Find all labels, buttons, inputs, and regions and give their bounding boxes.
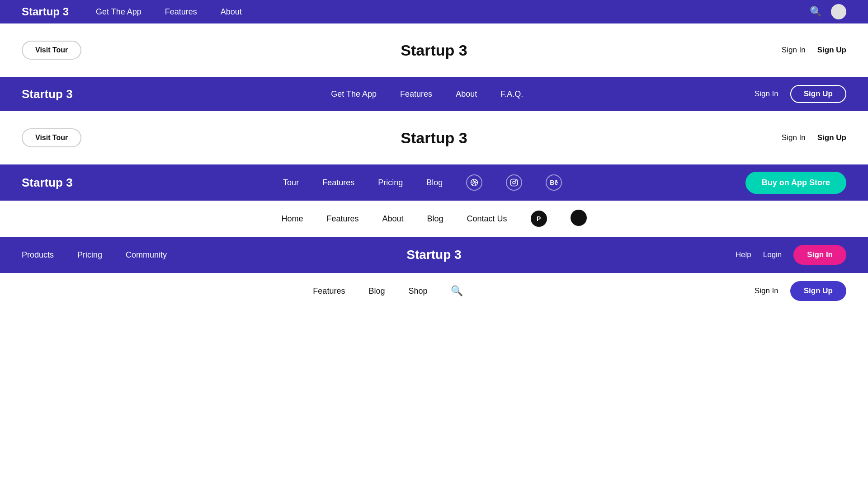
nav-link-features-8[interactable]: Features bbox=[313, 286, 345, 296]
nav-link-about-1[interactable]: About bbox=[221, 7, 242, 16]
instagram-icon[interactable] bbox=[506, 174, 522, 191]
nav-link-get-the-app-3[interactable]: Get The App bbox=[331, 89, 377, 99]
behance-icon[interactable]: Bē bbox=[546, 174, 562, 191]
nav-links-row5: Tour Features Pricing Blog Bē bbox=[100, 174, 745, 191]
nav-link-products-7[interactable]: Products bbox=[22, 250, 54, 259]
nav-logo-row5: Startup 3 bbox=[22, 176, 73, 190]
nav-link-get-the-app-1[interactable]: Get The App bbox=[96, 7, 142, 16]
white-strip-row4: Visit Tour Startup 3 Sign In Sign Up bbox=[0, 111, 868, 164]
nav-link-features-1[interactable]: Features bbox=[165, 7, 197, 16]
sign-in-button-3[interactable]: Sign In bbox=[755, 89, 778, 99]
center-logo-row4: Startup 3 bbox=[401, 129, 467, 147]
sign-up-button-3[interactable]: Sign Up bbox=[790, 85, 846, 103]
producthunt-icon[interactable]: P bbox=[531, 211, 547, 227]
navbar-row1: Startup 3 Get The App Features About 🔍 bbox=[0, 0, 868, 23]
apple-icon[interactable] bbox=[571, 210, 587, 226]
nav-link-tour-5[interactable]: Tour bbox=[283, 178, 299, 187]
nav-link-features-5[interactable]: Features bbox=[322, 178, 354, 187]
nav-links-row1: Get The App Features About bbox=[96, 7, 242, 17]
nav-link-features-6[interactable]: Features bbox=[326, 214, 359, 223]
nav-logo-row1: Startup 3 bbox=[22, 5, 69, 18]
navbar-row7: Products Pricing Community Startup 3 Hel… bbox=[0, 237, 868, 273]
nav-links-row6: Home Features About Blog Contact Us P bbox=[22, 210, 846, 228]
center-logo-row7: Startup 3 bbox=[406, 248, 461, 262]
nav-link-pricing-7[interactable]: Pricing bbox=[77, 250, 102, 259]
visit-tour-button-4[interactable]: Visit Tour bbox=[22, 128, 81, 147]
sign-in-button-7[interactable]: Sign In bbox=[793, 245, 846, 265]
search-button-1[interactable]: 🔍 bbox=[810, 6, 822, 18]
nav-links-left-row7: Products Pricing Community bbox=[22, 250, 167, 260]
nav-link-faq-3[interactable]: F.A.Q. bbox=[500, 89, 523, 99]
navbar-row3: Startup 3 Get The App Features About F.A… bbox=[0, 77, 868, 111]
nav-link-blog-5[interactable]: Blog bbox=[426, 178, 443, 187]
nav-link-pricing-5[interactable]: Pricing bbox=[378, 178, 403, 187]
buy-app-store-button[interactable]: Buy on App Store bbox=[745, 172, 846, 194]
avatar-1 bbox=[831, 4, 846, 19]
nav-links-row3: Get The App Features About F.A.Q. bbox=[100, 89, 755, 99]
nav-link-about-6[interactable]: About bbox=[382, 214, 403, 223]
nav-link-blog-8[interactable]: Blog bbox=[368, 286, 385, 296]
search-button-8[interactable]: 🔍 bbox=[451, 285, 463, 297]
navbar-row8: Features Blog Shop 🔍 Sign In Sign Up bbox=[0, 273, 868, 309]
nav-link-contact-us-6[interactable]: Contact Us bbox=[467, 214, 507, 223]
nav-link-shop-8[interactable]: Shop bbox=[408, 286, 427, 296]
svg-rect-1 bbox=[511, 179, 518, 186]
sign-in-button-8[interactable]: Sign In bbox=[755, 286, 778, 296]
nav-links-row8: Features Blog Shop 🔍 bbox=[22, 285, 755, 297]
sign-up-button-8[interactable]: Sign Up bbox=[790, 281, 846, 301]
sign-in-button-4[interactable]: Sign In bbox=[782, 133, 806, 142]
help-button-7[interactable]: Help bbox=[736, 250, 751, 259]
navbar-row5: Startup 3 Tour Features Pricing Blog Bē bbox=[0, 164, 868, 201]
nav-link-features-3[interactable]: Features bbox=[400, 89, 432, 99]
svg-point-2 bbox=[513, 181, 515, 184]
nav-link-about-3[interactable]: About bbox=[456, 89, 477, 99]
nav-link-community-7[interactable]: Community bbox=[126, 250, 167, 259]
white-strip-row2: Visit Tour Startup 3 Sign In Sign Up bbox=[0, 23, 868, 77]
sign-in-button-2[interactable]: Sign In bbox=[782, 46, 806, 55]
nav-link-home-6[interactable]: Home bbox=[281, 214, 303, 223]
navbar-row6: Home Features About Blog Contact Us P bbox=[0, 201, 868, 237]
sign-up-button-2[interactable]: Sign Up bbox=[817, 46, 846, 55]
center-logo-row2: Startup 3 bbox=[401, 42, 467, 59]
nav-logo-row3: Startup 3 bbox=[22, 87, 73, 101]
sign-up-button-4[interactable]: Sign Up bbox=[817, 133, 846, 142]
visit-tour-button-1[interactable]: Visit Tour bbox=[22, 41, 81, 60]
nav-link-blog-6[interactable]: Blog bbox=[427, 214, 443, 223]
svg-point-3 bbox=[516, 180, 517, 181]
login-button-7[interactable]: Login bbox=[763, 250, 782, 259]
dribbble-icon[interactable] bbox=[466, 174, 482, 191]
